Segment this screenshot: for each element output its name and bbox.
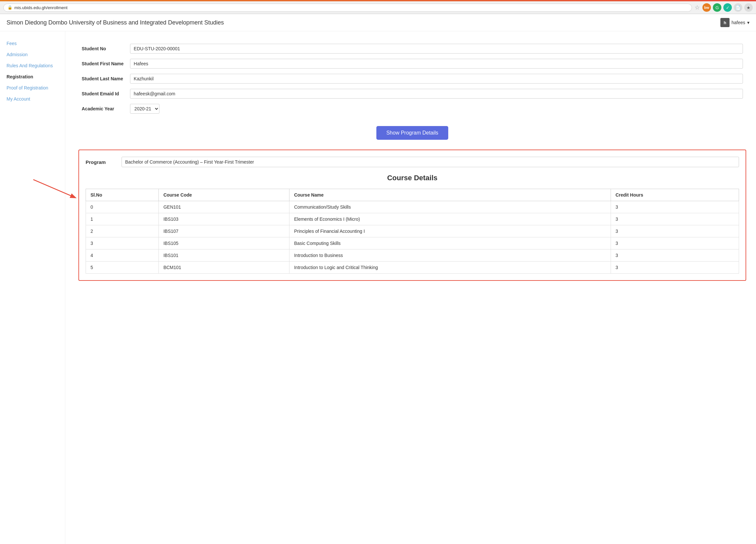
show-program-button[interactable]: Show Program Details bbox=[376, 126, 448, 140]
table-row: 3 IBS105 Basic Computing Skills 3 bbox=[86, 238, 739, 250]
cell-code: IBS101 bbox=[159, 250, 289, 262]
col-header-code: Course Code bbox=[159, 189, 289, 201]
bw-extension[interactable]: bw bbox=[702, 3, 711, 12]
user-menu[interactable]: h hafees ▾ bbox=[720, 18, 749, 27]
check-extension[interactable]: ✓ bbox=[723, 3, 732, 12]
table-row: 5 BCM101 Introduction to Logic and Criti… bbox=[86, 262, 739, 273]
course-table-header: Sl.No Course Code Course Name Credit Hou… bbox=[86, 189, 739, 201]
user-name: hafees bbox=[731, 20, 745, 25]
cell-name: Basic Computing Skills bbox=[289, 238, 611, 250]
sidebar-item-fees[interactable]: Fees bbox=[0, 38, 65, 49]
table-row: 0 GEN101 Communication/Study Skills 3 bbox=[86, 201, 739, 213]
cell-slno: 5 bbox=[86, 262, 159, 273]
student-no-row: Student No bbox=[78, 41, 746, 56]
first-name-label: Student First Name bbox=[82, 61, 123, 66]
cell-credits: 3 bbox=[611, 225, 739, 238]
cell-name: Introduction to Logic and Critical Think… bbox=[289, 262, 611, 273]
cell-name: Communication/Study Skills bbox=[289, 201, 611, 213]
email-label: Student Emaid Id bbox=[82, 91, 119, 96]
col-header-credits: Credit Hours bbox=[611, 189, 739, 201]
cell-name: Elements of Economics I (Micro) bbox=[289, 213, 611, 225]
cell-credits: 3 bbox=[611, 201, 739, 213]
content-area: Student No Student First Name Student La… bbox=[65, 31, 756, 544]
sidebar-item-rules[interactable]: Rules And Regulations bbox=[0, 60, 65, 71]
cell-code: IBS107 bbox=[159, 225, 289, 238]
cell-slno: 1 bbox=[86, 213, 159, 225]
program-row: Program Bachelor of Commerce (Accounting… bbox=[86, 157, 739, 167]
app-header: Simon Diedong Dombo University of Busine… bbox=[0, 14, 756, 31]
browser-chrome: 🔒 mis.ubids.edu.gh/enrollment ☆ bw G ✓ 📄… bbox=[0, 1, 756, 14]
course-details-title: Course Details bbox=[86, 174, 739, 182]
first-name-row: Student First Name bbox=[78, 56, 746, 71]
email-input[interactable] bbox=[130, 89, 743, 99]
course-table: Sl.No Course Code Course Name Credit Hou… bbox=[86, 189, 739, 273]
sidebar-item-admission[interactable]: Admission bbox=[0, 49, 65, 60]
col-header-name: Course Name bbox=[289, 189, 611, 201]
cell-slno: 3 bbox=[86, 238, 159, 250]
table-row: 2 IBS107 Principles of Financial Account… bbox=[86, 225, 739, 238]
cell-code: GEN101 bbox=[159, 201, 289, 213]
academic-year-row: Academic Year 2020-21 2021-22 2022-23 bbox=[78, 101, 746, 116]
cell-credits: 3 bbox=[611, 213, 739, 225]
url-bar[interactable]: 🔒 mis.ubids.edu.gh/enrollment bbox=[3, 4, 692, 12]
cell-code: BCM101 bbox=[159, 262, 289, 273]
main-layout: Fees Admission Rules And Regulations Reg… bbox=[0, 31, 756, 544]
table-row: 4 IBS101 Introduction to Business 3 bbox=[86, 250, 739, 262]
program-value: Bachelor of Commerce (Accounting) – Firs… bbox=[122, 157, 739, 167]
course-table-body: 0 GEN101 Communication/Study Skills 3 1 … bbox=[86, 201, 739, 273]
email-row: Student Emaid Id bbox=[78, 86, 746, 101]
cell-slno: 2 bbox=[86, 225, 159, 238]
cell-credits: 3 bbox=[611, 238, 739, 250]
browser-actions: bw G ✓ 📄 ★ bbox=[702, 3, 753, 12]
cell-slno: 4 bbox=[86, 250, 159, 262]
pdf-extension[interactable]: 📄 bbox=[734, 3, 742, 12]
cell-name: Principles of Financial Accounting I bbox=[289, 225, 611, 238]
program-label: Program bbox=[86, 159, 115, 165]
academic-year-select[interactable]: 2020-21 2021-22 2022-23 bbox=[130, 104, 159, 114]
program-details-section: Program Bachelor of Commerce (Accounting… bbox=[78, 150, 746, 281]
dropdown-icon: ▾ bbox=[747, 20, 749, 25]
cell-code: IBS103 bbox=[159, 213, 289, 225]
sidebar-item-registration[interactable]: Registration bbox=[0, 71, 65, 82]
academic-year-label: Academic Year bbox=[82, 106, 114, 111]
table-row: 1 IBS103 Elements of Economics I (Micro)… bbox=[86, 213, 739, 225]
last-name-label: Student Last Name bbox=[82, 76, 123, 81]
cell-credits: 3 bbox=[611, 250, 739, 262]
g-extension[interactable]: G bbox=[713, 3, 721, 12]
student-no-label: Student No bbox=[82, 46, 106, 51]
student-no-input[interactable] bbox=[130, 44, 743, 54]
sidebar-item-proof[interactable]: Proof of Registration bbox=[0, 82, 65, 93]
sidebar: Fees Admission Rules And Regulations Reg… bbox=[0, 31, 65, 544]
bookmark-icon[interactable]: ☆ bbox=[695, 4, 700, 11]
cell-name: Introduction to Business bbox=[289, 250, 611, 262]
cell-slno: 0 bbox=[86, 201, 159, 213]
star-extension[interactable]: ★ bbox=[744, 3, 753, 12]
student-form: Student No Student First Name Student La… bbox=[78, 41, 746, 116]
last-name-row: Student Last Name bbox=[78, 71, 746, 86]
cell-credits: 3 bbox=[611, 262, 739, 273]
user-avatar: h bbox=[720, 18, 730, 27]
url-text: mis.ubids.edu.gh/enrollment bbox=[14, 5, 68, 10]
col-header-slno: Sl.No bbox=[86, 189, 159, 201]
lock-icon: 🔒 bbox=[8, 5, 12, 10]
last-name-input[interactable] bbox=[130, 74, 743, 84]
first-name-input[interactable] bbox=[130, 59, 743, 69]
sidebar-item-account[interactable]: My Account bbox=[0, 93, 65, 105]
cell-code: IBS105 bbox=[159, 238, 289, 250]
app-title: Simon Diedong Dombo University of Busine… bbox=[7, 19, 224, 26]
